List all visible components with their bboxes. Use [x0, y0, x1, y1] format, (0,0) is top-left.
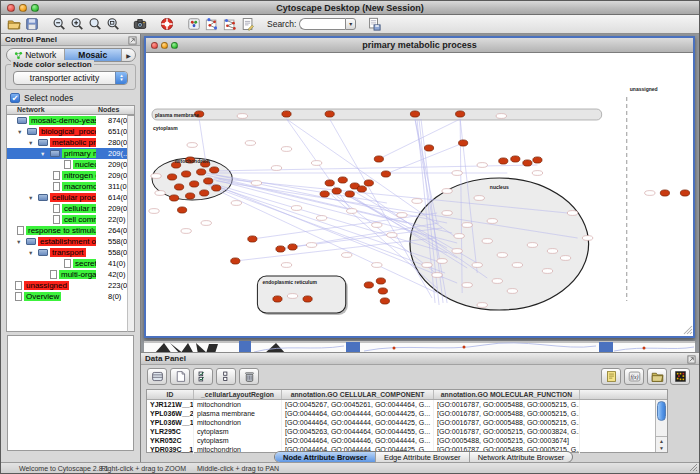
- table-row[interactable]: YPL036W__2plasma membrane[GO:0044464, GO…: [147, 409, 667, 418]
- zoom-out-button[interactable]: [50, 16, 68, 33]
- network-node[interactable]: [325, 180, 334, 186]
- tree-expander-icon[interactable]: ▼: [28, 195, 33, 201]
- table-cell[interactable]: [GO:0044464, GO:0044444, GO:0044425, G..…: [282, 418, 434, 427]
- network-label-node[interactable]: [245, 141, 255, 146]
- scrollbar-buttons[interactable]: ▲▼: [656, 436, 667, 452]
- table-cell[interactable]: YPL036W__1: [147, 418, 194, 427]
- tree-item-biological-process[interactable]: ▼biological_process651(0): [7, 126, 134, 137]
- table-cell[interactable]: [GO:0016787, GO:0005488, GO:0005215, G..…: [434, 409, 580, 418]
- network-node[interactable]: [345, 191, 354, 197]
- network-node[interactable]: [186, 193, 195, 199]
- tree-expander-icon[interactable]: ▼: [28, 250, 33, 256]
- table-cell[interactable]: mitochondrion: [194, 418, 282, 427]
- unselect-attributes-button[interactable]: [216, 368, 236, 385]
- network-label-node[interactable]: [492, 279, 502, 284]
- table-cell[interactable]: [GO:0044464, GO:0044446, GO:0044444, G..…: [282, 436, 434, 445]
- network-label-node[interactable]: [560, 256, 570, 261]
- network-node[interactable]: [499, 158, 508, 164]
- frame-close-button[interactable]: [151, 42, 158, 49]
- table-cell[interactable]: [GO:0016787, GO:0005488, GO:0005215, G..…: [434, 400, 580, 409]
- network-node[interactable]: [380, 298, 389, 304]
- tree-scrollbar[interactable]: [127, 115, 135, 332]
- network-node[interactable]: [381, 171, 390, 177]
- network-label-node[interactable]: [231, 201, 241, 206]
- network-label-node[interactable]: [422, 263, 432, 268]
- frame-zoom-button[interactable]: [171, 42, 178, 49]
- network-label-node[interactable]: [452, 249, 462, 254]
- network-node[interactable]: [680, 190, 689, 196]
- tree-expander-icon[interactable]: ▼: [28, 140, 33, 146]
- matrix-button[interactable]: [670, 368, 690, 385]
- network-label-node[interactable]: [462, 283, 472, 288]
- network-label-node[interactable]: [187, 143, 197, 148]
- network-label-node[interactable]: [306, 243, 316, 248]
- network-node[interactable]: [424, 145, 433, 151]
- network-label-node[interactable]: [474, 196, 484, 201]
- network-label-node[interactable]: [347, 209, 357, 214]
- tree-item-response-to-stimulu[interactable]: response to stimulu264(0): [7, 225, 134, 236]
- network-node[interactable]: [660, 190, 669, 196]
- resize-grip-icon[interactable]: [689, 463, 698, 472]
- network-node[interactable]: [364, 180, 373, 186]
- zoom-fit-button[interactable]: [86, 16, 104, 33]
- network-label-node[interactable]: [482, 239, 492, 244]
- attribute-table-button[interactable]: [147, 368, 167, 385]
- annotation-button[interactable]: [239, 16, 257, 33]
- network-label-node[interactable]: [512, 263, 522, 268]
- tab-edge-attribute-browser[interactable]: Edge Attribute Browser: [375, 452, 469, 462]
- network-node[interactable]: [364, 282, 373, 288]
- network-label-node[interactable]: [201, 221, 211, 226]
- network-label-node[interactable]: [271, 166, 281, 171]
- tree-item-metabolic-process[interactable]: ▼metabolic process280(0): [7, 137, 134, 148]
- network-node[interactable]: [248, 236, 257, 242]
- zoom-in-button[interactable]: [68, 16, 86, 33]
- network-label-node[interactable]: [287, 294, 297, 299]
- tree-item-unassigned[interactable]: unassigned223(0): [7, 280, 134, 291]
- network-label-node[interactable]: [251, 181, 261, 186]
- network-label-node[interactable]: [237, 114, 247, 119]
- network-label-node[interactable]: [151, 174, 161, 179]
- close-button[interactable]: [7, 4, 15, 12]
- network-label-node[interactable]: [472, 263, 482, 268]
- network-node[interactable]: [288, 244, 297, 250]
- canvas-resize-grip-icon[interactable]: [684, 326, 692, 334]
- network-node[interactable]: [210, 167, 219, 173]
- network-label-node[interactable]: [432, 273, 442, 278]
- import-file-button[interactable]: [647, 368, 667, 385]
- minimize-button[interactable]: [19, 4, 27, 12]
- tree-expander-icon[interactable]: ▼: [16, 239, 21, 245]
- scrollbar-thumb[interactable]: [657, 401, 666, 421]
- network-node[interactable]: [357, 186, 366, 192]
- table-cell[interactable]: YPL036W__2: [147, 409, 194, 418]
- layout-2-button[interactable]: [221, 16, 239, 33]
- network-canvas[interactable]: plasma membranecytoplasmmitochondrionnuc…: [146, 53, 693, 336]
- network-node[interactable]: [276, 246, 285, 252]
- table-cell[interactable]: [GO:0045267, GO:0045261, GO:0044464, G..…: [282, 400, 434, 409]
- network-label-node[interactable]: [372, 263, 382, 268]
- formula-button[interactable]: f(x): [624, 368, 644, 385]
- network-node[interactable]: [200, 190, 209, 196]
- tree-header-nodes[interactable]: Nodes: [98, 106, 134, 114]
- node-color-dropdown[interactable]: transporter activity ▲▼: [13, 71, 128, 85]
- network-node[interactable]: [169, 195, 178, 201]
- tab-overflow-arrow-icon[interactable]: ▶: [122, 49, 135, 61]
- vizmapper-button[interactable]: [185, 16, 203, 33]
- tree-item-overview[interactable]: Overview8(0): [7, 291, 134, 302]
- attribute-table-header[interactable]: ID_cellularLayoutRegionannotation.GO CEL…: [147, 390, 667, 400]
- network-label-node[interactable]: [496, 114, 506, 119]
- network-node[interactable]: [320, 191, 329, 197]
- network-view-frame[interactable]: primary metabolic process plasma membran…: [144, 36, 695, 338]
- network-node[interactable]: [182, 171, 191, 177]
- network-label-node[interactable]: [477, 303, 487, 308]
- network-node[interactable]: [197, 169, 206, 175]
- network-label-node[interactable]: [462, 223, 472, 228]
- network-label-node[interactable]: [532, 171, 542, 176]
- import-attributes-button[interactable]: [365, 16, 383, 33]
- tree-item-nucleobase-[interactable]: nucleobase-209(0): [7, 159, 134, 170]
- help-button[interactable]: [158, 16, 176, 33]
- network-node[interactable]: [178, 207, 187, 213]
- network-node[interactable]: [376, 278, 385, 284]
- column-header[interactable]: annotation.GO MOLECULAR_FUNCTION: [434, 390, 580, 399]
- network-node[interactable]: [231, 258, 240, 264]
- search-dropdown-arrow-icon[interactable]: ▾: [345, 18, 356, 30]
